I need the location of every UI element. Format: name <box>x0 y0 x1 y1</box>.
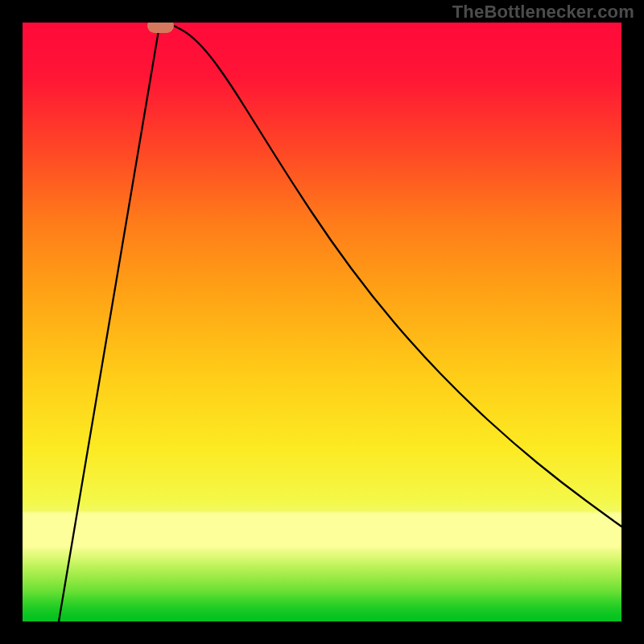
attribution-text: TheBottlenecker.com <box>452 2 634 23</box>
optimum-marker <box>147 23 174 33</box>
bottleneck-curve <box>59 26 621 621</box>
plot-area <box>23 23 621 621</box>
chart-frame: TheBottlenecker.com <box>0 0 644 644</box>
curve-layer <box>23 23 621 621</box>
